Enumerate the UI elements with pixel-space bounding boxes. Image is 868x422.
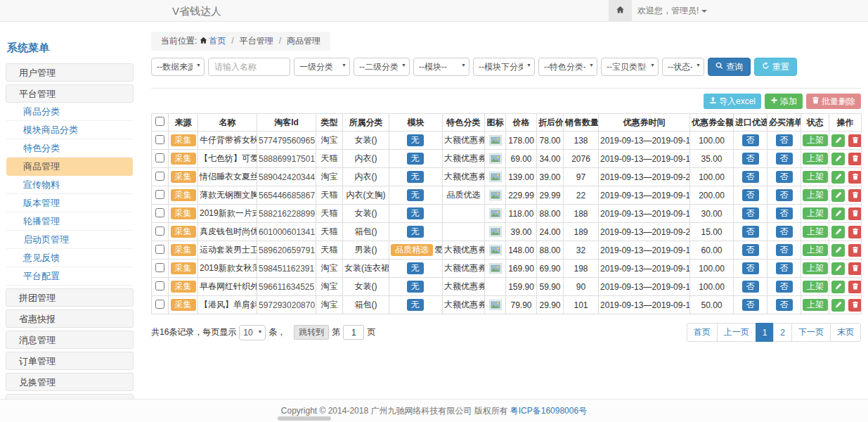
row-checkbox[interactable] <box>155 245 164 254</box>
sidebar-item[interactable]: 模块商品分类 <box>6 121 133 139</box>
filter-select-control[interactable]: --宝贝类型-- <box>601 58 659 76</box>
delete-button[interactable] <box>848 153 861 165</box>
module-badge[interactable]: 无 <box>407 281 424 293</box>
page-button[interactable]: 首页 <box>687 323 718 342</box>
reset-button[interactable]: 重置 <box>754 58 797 76</box>
edit-button[interactable] <box>831 207 845 220</box>
delete-button[interactable] <box>848 299 861 312</box>
icp-link[interactable]: 粤ICP备16098006号 <box>510 405 587 417</box>
status-toggle[interactable]: 上架 <box>803 299 828 311</box>
import-select-toggle[interactable]: 否 <box>742 299 759 311</box>
must-buy-toggle[interactable]: 否 <box>776 153 793 165</box>
module-badge[interactable]: 无 <box>407 262 424 274</box>
batch-delete-button[interactable]: 批量删除 <box>806 94 861 109</box>
sidebar-item[interactable]: 特色分类 <box>6 139 133 158</box>
module-badge[interactable]: 无 <box>407 134 424 146</box>
status-toggle[interactable]: 上架 <box>803 153 828 165</box>
row-checkbox[interactable] <box>155 281 164 290</box>
delete-button[interactable] <box>848 189 861 202</box>
import-select-toggle[interactable]: 否 <box>742 189 759 201</box>
sidebar-item[interactable]: 意见反馈 <box>6 249 133 267</box>
edit-button[interactable] <box>831 134 845 147</box>
sidebar-item[interactable]: 消息管理 <box>6 331 134 349</box>
import-select-toggle[interactable]: 否 <box>742 262 759 274</box>
row-checkbox[interactable] <box>155 190 164 199</box>
status-toggle[interactable]: 上架 <box>803 262 828 274</box>
edit-button[interactable] <box>831 299 845 312</box>
must-buy-toggle[interactable]: 否 <box>776 171 793 183</box>
import-select-toggle[interactable]: 否 <box>742 281 759 293</box>
home-nav-button[interactable] <box>609 0 632 21</box>
sidebar-item[interactable]: 用户管理 <box>6 63 134 82</box>
delete-button[interactable] <box>848 281 861 293</box>
sidebar-item[interactable]: 版本管理 <box>6 194 133 212</box>
import-excel-button[interactable]: 导入excel <box>704 94 761 109</box>
delete-button[interactable] <box>848 226 861 238</box>
module-badge[interactable]: 无 <box>407 299 424 311</box>
row-checkbox[interactable] <box>155 300 164 309</box>
edit-button[interactable] <box>831 281 845 293</box>
delete-button[interactable] <box>848 207 861 220</box>
status-toggle[interactable]: 上架 <box>803 189 828 201</box>
filter-select[interactable]: --模块-- <box>413 58 469 76</box>
module-badge[interactable]: 品质精选 <box>391 244 433 256</box>
data-source-select[interactable]: --数据来源-- <box>151 58 205 76</box>
row-checkbox[interactable] <box>155 263 164 272</box>
add-button[interactable]: 添加 <box>765 94 803 109</box>
import-select-toggle[interactable]: 否 <box>742 153 759 165</box>
filter-select[interactable]: --宝贝类型-- <box>601 58 659 76</box>
must-buy-toggle[interactable]: 否 <box>776 299 793 311</box>
status-toggle[interactable]: 上架 <box>803 134 828 146</box>
user-menu[interactable]: 欢迎您，管理员! <box>637 0 707 21</box>
module-badge[interactable]: 无 <box>407 207 424 219</box>
sidebar-item[interactable]: 订单管理 <box>6 352 134 370</box>
filter-select[interactable]: 一级分类 <box>294 58 350 76</box>
page-button[interactable]: 下一页 <box>791 323 831 342</box>
status-toggle[interactable]: 上架 <box>803 171 828 183</box>
per-page-select[interactable]: 10 <box>239 325 266 340</box>
page-button[interactable]: 上一页 <box>717 323 756 342</box>
must-buy-toggle[interactable]: 否 <box>776 262 793 274</box>
sidebar-item[interactable]: 商品分类 <box>6 103 133 121</box>
edit-button[interactable] <box>831 244 845 257</box>
filter-select-control[interactable]: --模块下分类-- <box>473 58 535 76</box>
must-buy-toggle[interactable]: 否 <box>776 207 793 219</box>
sidebar-item[interactable]: 宣传物料 <box>6 176 133 194</box>
sidebar-item[interactable]: 商品管理 <box>6 158 133 176</box>
sidebar-item[interactable]: 省惠快报 <box>6 309 134 328</box>
edit-button[interactable] <box>831 153 845 165</box>
query-button[interactable]: 查询 <box>708 58 751 76</box>
data-source-select-control[interactable]: --数据来源-- <box>151 58 205 76</box>
must-buy-toggle[interactable]: 否 <box>776 281 793 293</box>
must-buy-toggle[interactable]: 否 <box>776 244 793 256</box>
module-badge[interactable]: 无 <box>407 171 424 183</box>
row-checkbox[interactable] <box>155 153 164 162</box>
filter-select[interactable]: --二级分类-- <box>354 58 410 76</box>
module-badge[interactable]: 无 <box>407 189 424 201</box>
page-button[interactable]: 末页 <box>830 323 861 342</box>
filter-select[interactable]: --状态-- <box>662 58 704 76</box>
jump-button[interactable]: 跳转到 <box>294 325 329 340</box>
delete-button[interactable] <box>848 134 861 147</box>
delete-button[interactable] <box>848 244 861 257</box>
status-toggle[interactable]: 上架 <box>803 226 828 238</box>
import-select-toggle[interactable]: 否 <box>742 171 759 183</box>
filter-select-control[interactable]: --特色分类-- <box>538 58 597 76</box>
edit-button[interactable] <box>831 262 845 275</box>
row-checkbox[interactable] <box>155 172 164 181</box>
import-select-toggle[interactable]: 否 <box>742 207 759 219</box>
page-number-input[interactable] <box>343 325 364 340</box>
filter-select[interactable]: --模块下分类-- <box>473 58 535 76</box>
sidebar-item[interactable]: 轮播管理 <box>6 212 133 231</box>
per-page-select-control[interactable]: 10 <box>239 325 266 340</box>
row-checkbox[interactable] <box>155 226 164 236</box>
select-all-checkbox[interactable] <box>155 117 164 126</box>
sidebar-item[interactable]: 拼团管理 <box>6 288 134 307</box>
filter-select-control[interactable]: --状态-- <box>662 58 704 76</box>
must-buy-toggle[interactable]: 否 <box>776 134 793 146</box>
name-search-input[interactable] <box>208 58 290 76</box>
page-button[interactable]: 1 <box>756 323 775 342</box>
horizontal-scrollbar-thumb[interactable] <box>278 416 331 421</box>
filter-select-control[interactable]: --二级分类-- <box>354 58 410 76</box>
row-checkbox[interactable] <box>155 135 164 144</box>
